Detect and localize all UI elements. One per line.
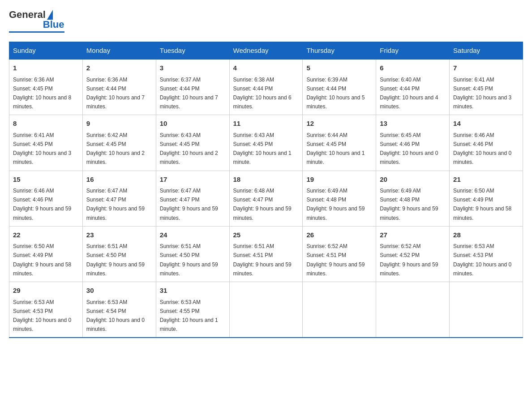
day-number: 3 [160,63,226,73]
day-number: 5 [306,63,372,73]
calendar-day-cell: 17 Sunrise: 6:47 AMSunset: 4:47 PMDaylig… [156,171,229,226]
calendar-day-cell: 15 Sunrise: 6:46 AMSunset: 4:46 PMDaylig… [9,171,83,226]
calendar-day-cell: 13 Sunrise: 6:45 AMSunset: 4:46 PMDaylig… [376,115,450,171]
weekday-header-tuesday: Tuesday [156,42,229,60]
day-number: 15 [13,175,79,185]
day-number: 4 [233,63,299,73]
calendar-day-cell: 31 Sunrise: 6:53 AMSunset: 4:55 PMDaylig… [156,282,229,338]
calendar-day-cell: 10 Sunrise: 6:43 AMSunset: 4:45 PMDaylig… [156,115,229,171]
calendar-day-cell: 19 Sunrise: 6:49 AMSunset: 4:48 PMDaylig… [303,171,376,226]
calendar-empty-cell [376,282,450,338]
day-number: 6 [380,63,446,73]
day-info: Sunrise: 6:41 AMSunset: 4:45 PMDaylight:… [453,77,511,110]
logo-blue-part: Blue [43,19,64,30]
calendar-empty-cell [450,282,523,338]
calendar-day-cell: 12 Sunrise: 6:44 AMSunset: 4:45 PMDaylig… [303,115,376,171]
day-info: Sunrise: 6:50 AMSunset: 4:49 PMDaylight:… [453,188,511,221]
day-number: 31 [160,286,226,296]
day-info: Sunrise: 6:45 AMSunset: 4:46 PMDaylight:… [380,132,438,166]
weekday-header-row: SundayMondayTuesdayWednesdayThursdayFrid… [9,42,523,60]
day-info: Sunrise: 6:53 AMSunset: 4:54 PMDaylight:… [86,299,145,333]
page-header: General Genera Blue [9,9,523,33]
day-info: Sunrise: 6:49 AMSunset: 4:48 PMDaylight:… [380,188,438,221]
day-number: 12 [306,119,372,129]
day-number: 24 [160,230,226,240]
calendar-day-cell: 9 Sunrise: 6:42 AMSunset: 4:45 PMDayligh… [82,115,156,171]
calendar-day-cell: 2 Sunrise: 6:36 AMSunset: 4:44 PMDayligh… [82,59,156,115]
day-number: 13 [380,119,446,129]
day-info: Sunrise: 6:36 AMSunset: 4:45 PMDaylight:… [13,77,71,110]
calendar-day-cell: 18 Sunrise: 6:48 AMSunset: 4:47 PMDaylig… [229,171,303,226]
calendar-day-cell: 6 Sunrise: 6:40 AMSunset: 4:44 PMDayligh… [376,59,450,115]
calendar-day-cell: 14 Sunrise: 6:46 AMSunset: 4:46 PMDaylig… [450,115,523,171]
calendar-week-row: 29 Sunrise: 6:53 AMSunset: 4:53 PMDaylig… [9,282,523,338]
calendar-day-cell: 4 Sunrise: 6:38 AMSunset: 4:44 PMDayligh… [229,59,303,115]
day-number: 16 [86,175,152,185]
weekday-header-friday: Friday [376,42,450,60]
day-info: Sunrise: 6:46 AMSunset: 4:46 PMDaylight:… [453,132,511,166]
day-number: 14 [453,119,519,129]
day-info: Sunrise: 6:50 AMSunset: 4:49 PMDaylight:… [13,243,71,277]
day-info: Sunrise: 6:47 AMSunset: 4:47 PMDaylight:… [86,188,145,221]
logo-arrow-icon [47,10,53,20]
day-info: Sunrise: 6:42 AMSunset: 4:45 PMDaylight:… [86,132,145,166]
calendar-day-cell: 16 Sunrise: 6:47 AMSunset: 4:47 PMDaylig… [82,171,156,226]
calendar-week-row: 22 Sunrise: 6:50 AMSunset: 4:49 PMDaylig… [9,226,523,282]
calendar-week-row: 15 Sunrise: 6:46 AMSunset: 4:46 PMDaylig… [9,171,523,226]
day-number: 7 [453,63,519,73]
calendar-day-cell: 26 Sunrise: 6:52 AMSunset: 4:51 PMDaylig… [303,226,376,282]
calendar-empty-cell [303,282,376,338]
calendar-day-cell: 11 Sunrise: 6:43 AMSunset: 4:45 PMDaylig… [229,115,303,171]
calendar-day-cell: 3 Sunrise: 6:37 AMSunset: 4:44 PMDayligh… [156,59,229,115]
day-number: 23 [86,230,152,240]
day-info: Sunrise: 6:53 AMSunset: 4:53 PMDaylight:… [453,243,511,277]
day-info: Sunrise: 6:37 AMSunset: 4:44 PMDaylight:… [160,77,218,110]
calendar-day-cell: 7 Sunrise: 6:41 AMSunset: 4:45 PMDayligh… [450,59,523,115]
day-info: Sunrise: 6:46 AMSunset: 4:46 PMDaylight:… [13,188,71,221]
calendar-day-cell: 5 Sunrise: 6:39 AMSunset: 4:44 PMDayligh… [303,59,376,115]
weekday-header-sunday: Sunday [9,42,83,60]
day-number: 17 [160,175,226,185]
logo: General Genera Blue [9,9,64,33]
calendar-day-cell: 21 Sunrise: 6:50 AMSunset: 4:49 PMDaylig… [450,171,523,226]
day-info: Sunrise: 6:53 AMSunset: 4:53 PMDaylight:… [13,299,71,333]
day-info: Sunrise: 6:36 AMSunset: 4:44 PMDaylight:… [86,77,145,110]
day-info: Sunrise: 6:53 AMSunset: 4:55 PMDaylight:… [160,299,218,333]
day-number: 1 [13,63,79,73]
day-info: Sunrise: 6:43 AMSunset: 4:45 PMDaylight:… [233,132,292,166]
day-number: 30 [86,286,152,296]
day-info: Sunrise: 6:41 AMSunset: 4:45 PMDaylight:… [13,132,71,166]
calendar-day-cell: 27 Sunrise: 6:52 AMSunset: 4:52 PMDaylig… [376,226,450,282]
calendar-day-cell: 25 Sunrise: 6:51 AMSunset: 4:51 PMDaylig… [229,226,303,282]
day-info: Sunrise: 6:39 AMSunset: 4:44 PMDaylight:… [306,77,365,110]
day-info: Sunrise: 6:52 AMSunset: 4:52 PMDaylight:… [380,243,438,277]
calendar-week-row: 8 Sunrise: 6:41 AMSunset: 4:45 PMDayligh… [9,115,523,171]
day-info: Sunrise: 6:52 AMSunset: 4:51 PMDaylight:… [306,243,365,277]
calendar-table: SundayMondayTuesdayWednesdayThursdayFrid… [9,42,523,338]
calendar-day-cell: 23 Sunrise: 6:51 AMSunset: 4:50 PMDaylig… [82,226,156,282]
day-info: Sunrise: 6:49 AMSunset: 4:48 PMDaylight:… [306,188,365,221]
day-info: Sunrise: 6:48 AMSunset: 4:47 PMDaylight:… [233,188,292,221]
day-info: Sunrise: 6:47 AMSunset: 4:47 PMDaylight:… [160,188,218,221]
day-info: Sunrise: 6:51 AMSunset: 4:51 PMDaylight:… [233,243,292,277]
calendar-day-cell: 22 Sunrise: 6:50 AMSunset: 4:49 PMDaylig… [9,226,83,282]
calendar-week-row: 1 Sunrise: 6:36 AMSunset: 4:45 PMDayligh… [9,59,523,115]
day-info: Sunrise: 6:40 AMSunset: 4:44 PMDaylight:… [380,77,438,110]
day-number: 22 [13,230,79,240]
calendar-day-cell: 24 Sunrise: 6:51 AMSunset: 4:50 PMDaylig… [156,226,229,282]
day-number: 9 [86,119,152,129]
day-number: 8 [13,119,79,129]
day-number: 29 [13,286,79,296]
calendar-day-cell: 1 Sunrise: 6:36 AMSunset: 4:45 PMDayligh… [9,59,83,115]
day-info: Sunrise: 6:38 AMSunset: 4:44 PMDaylight:… [233,77,292,110]
weekday-header-saturday: Saturday [450,42,523,60]
day-info: Sunrise: 6:44 AMSunset: 4:45 PMDaylight:… [306,132,365,166]
day-number: 18 [233,175,299,185]
day-number: 2 [86,63,152,73]
day-info: Sunrise: 6:51 AMSunset: 4:50 PMDaylight:… [86,243,145,277]
day-number: 20 [380,175,446,185]
day-info: Sunrise: 6:51 AMSunset: 4:50 PMDaylight:… [160,243,218,277]
calendar-day-cell: 30 Sunrise: 6:53 AMSunset: 4:54 PMDaylig… [82,282,156,338]
day-number: 10 [160,119,226,129]
weekday-header-thursday: Thursday [303,42,376,60]
